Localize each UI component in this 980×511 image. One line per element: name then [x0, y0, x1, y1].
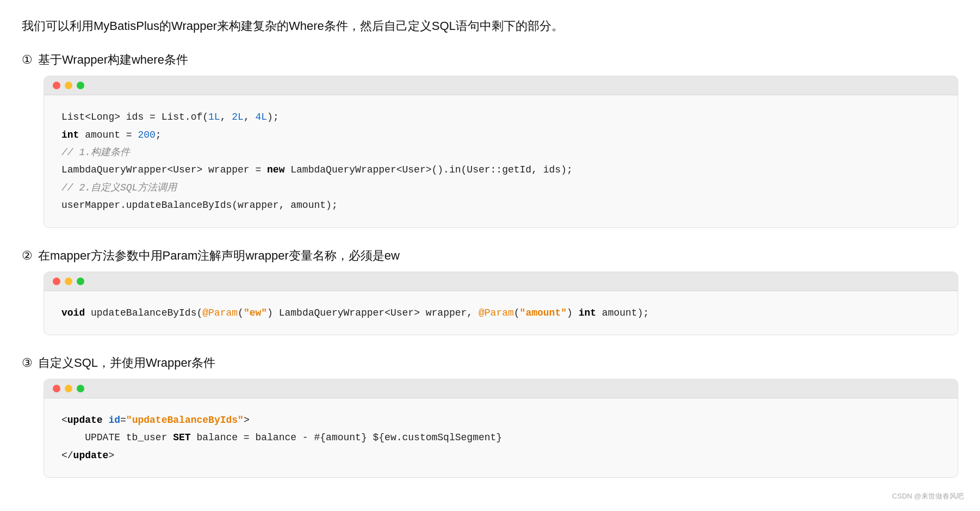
section-1-number: ①: [22, 53, 33, 67]
code-titlebar-1: [44, 76, 958, 95]
section-2-label: 在mapper方法参数中用Param注解声明wrapper变量名称，必须是ew: [38, 248, 400, 264]
section-3-label: 自定义SQL，并使用Wrapper条件: [38, 355, 215, 371]
section-3-title: ③ 自定义SQL，并使用Wrapper条件: [22, 355, 958, 371]
dot-green-2: [77, 278, 84, 285]
code-body-2: void updateBalanceByIds(@Param("ew") Lam…: [44, 291, 958, 335]
section-2: ② 在mapper方法参数中用Param注解声明wrapper变量名称，必须是e…: [22, 248, 958, 335]
section-2-number: ②: [22, 249, 33, 263]
section-3-number: ③: [22, 356, 33, 370]
section-3: ③ 自定义SQL，并使用Wrapper条件 <update id="update…: [22, 355, 958, 478]
section-2-title: ② 在mapper方法参数中用Param注解声明wrapper变量名称，必须是e…: [22, 248, 958, 264]
dot-yellow-2: [65, 278, 72, 285]
watermark: CSDN @来世做春风吧: [892, 491, 964, 501]
section-1-label: 基于Wrapper构建where条件: [38, 52, 188, 68]
code-window-1: List<Long> ids = List.of(1L, 2L, 4L); in…: [44, 76, 958, 227]
code-titlebar-2: [44, 272, 958, 291]
code-body-1: List<Long> ids = List.of(1L, 2L, 4L); in…: [44, 95, 958, 227]
dot-yellow-1: [65, 82, 72, 89]
dot-red-2: [53, 278, 60, 285]
dot-green-1: [77, 82, 84, 89]
section-1: ① 基于Wrapper构建where条件 List<Long> ids = Li…: [22, 52, 958, 227]
code-body-3: <update id="updateBalanceByIds"> UPDATE …: [44, 398, 958, 477]
dot-red-3: [53, 385, 60, 392]
code-window-2: void updateBalanceByIds(@Param("ew") Lam…: [44, 272, 958, 335]
code-window-3: <update id="updateBalanceByIds"> UPDATE …: [44, 379, 958, 478]
dot-yellow-3: [65, 385, 72, 392]
section-1-title: ① 基于Wrapper构建where条件: [22, 52, 958, 68]
dot-red-1: [53, 82, 60, 89]
intro-text: 我们可以利用MyBatisPlus的Wrapper来构建复杂的Where条件，然…: [22, 16, 958, 35]
dot-green-3: [77, 385, 84, 392]
code-titlebar-3: [44, 379, 958, 398]
